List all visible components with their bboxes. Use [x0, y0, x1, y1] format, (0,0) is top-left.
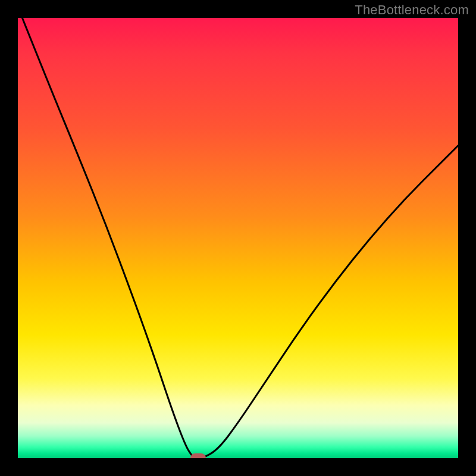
plot-area — [18, 18, 458, 458]
chart-frame: TheBottleneck.com — [0, 0, 476, 476]
watermark-text: TheBottleneck.com — [355, 2, 469, 18]
optimum-marker — [190, 453, 206, 458]
bottleneck-curve — [18, 18, 458, 458]
